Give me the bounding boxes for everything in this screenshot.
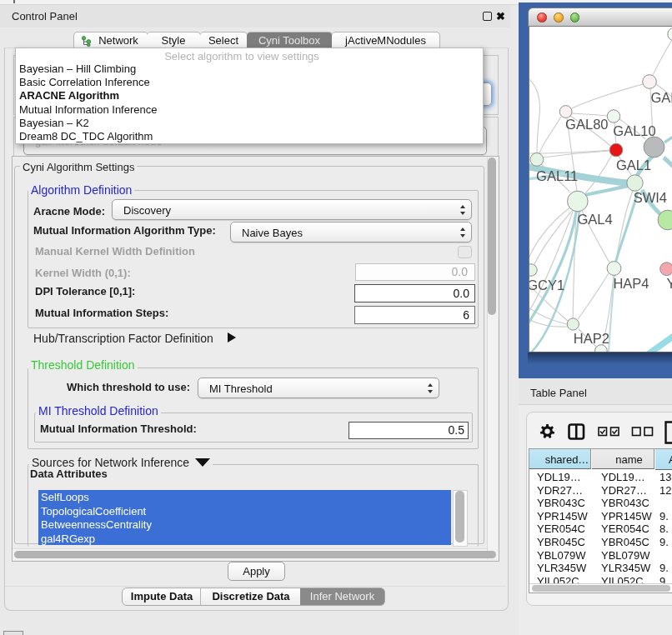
- svg-text:GAL10: GAL10: [613, 123, 655, 138]
- svg-text:GAL80: GAL80: [565, 117, 608, 132]
- svg-text:Y: Y: [667, 276, 672, 291]
- svg-text:GCY1: GCY1: [529, 278, 564, 292]
- svg-text:HAP2: HAP2: [574, 331, 609, 346]
- svg-text:SWI4: SWI4: [634, 190, 667, 205]
- svg-text:GAL4: GAL4: [577, 212, 612, 227]
- svg-text:HAP4: HAP4: [613, 276, 649, 291]
- svg-text:GAL1: GAL1: [616, 158, 651, 172]
- svg-text:GAL11: GAL11: [536, 168, 578, 183]
- svg-text:GAL8: GAL8: [651, 90, 672, 105]
